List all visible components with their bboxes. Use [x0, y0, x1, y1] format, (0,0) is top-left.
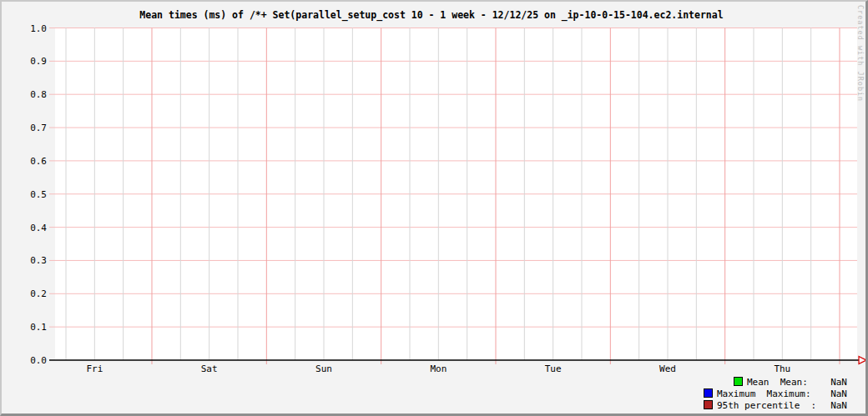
x-axis-day-label: Mon [430, 363, 447, 374]
legend-row: Mean Mean:NaN [734, 377, 847, 388]
legend-series-label: Mean Mean: [747, 377, 808, 388]
y-axis-tick-label: 0.9 [30, 56, 47, 67]
x-axis-arrow-icon [859, 357, 865, 364]
x-axis-day-label: Tue [545, 363, 562, 374]
y-axis-tick-label: 0.0 [30, 355, 47, 366]
x-axis-day-label: Sun [315, 363, 332, 374]
y-axis-tick-label: 0.5 [30, 189, 47, 200]
legend-row: 95th percentile :NaN [704, 400, 847, 411]
legend-row: Maximum Maximum:NaN [704, 388, 847, 399]
x-axis-day-label: Sat [201, 363, 218, 374]
legend-series-label: Maximum Maximum: [717, 388, 811, 399]
y-axis-tick-label: 0.4 [30, 223, 47, 233]
legend-series-value: NaN [830, 377, 847, 388]
y-axis-tick-label: 0.6 [30, 156, 47, 167]
y-axis-tick-label: 0.2 [30, 288, 47, 299]
legend-swatch-icon [734, 377, 743, 386]
legend-swatch-icon [704, 388, 713, 398]
y-axis-tick-label: 0.1 [30, 322, 47, 333]
plot-area: 0.00.10.20.30.40.50.60.70.80.91.0FriSatS… [2, 2, 865, 413]
legend-series-value: NaN [830, 400, 847, 411]
y-axis-tick-label: 0.7 [30, 123, 47, 133]
legend-swatch-icon [704, 400, 713, 409]
legend-series-value: NaN [830, 388, 847, 399]
jrobin-graph: Mean times (ms) of /*+ Set(parallel_setu… [0, 0, 868, 416]
legend-series-label: 95th percentile : [717, 400, 816, 411]
y-axis-tick-label: 0.8 [30, 89, 47, 100]
x-axis-day-label: Wed [659, 363, 676, 374]
x-axis-day-label: Fri [86, 363, 103, 374]
x-axis-day-label: Thu [774, 363, 790, 374]
y-axis-tick-label: 0.3 [30, 255, 47, 266]
y-axis-tick-label: 1.0 [30, 23, 47, 34]
